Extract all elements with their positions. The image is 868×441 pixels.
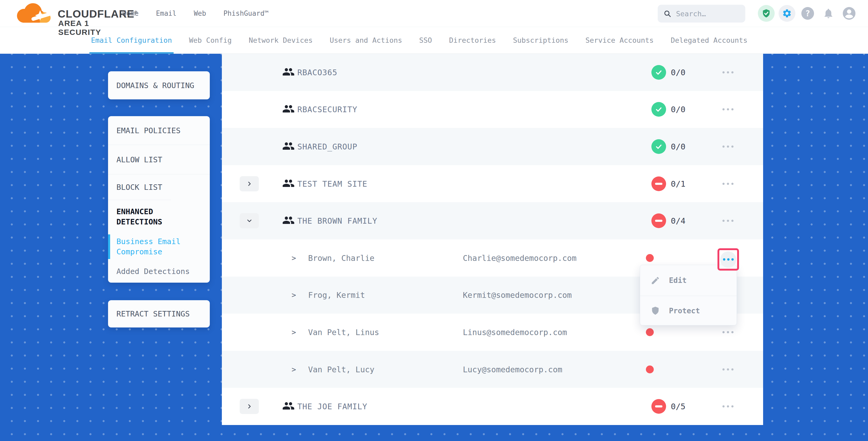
member-arrow-icon: > — [291, 328, 296, 336]
status-badge-fail — [651, 213, 666, 228]
group-icon — [282, 177, 295, 191]
member-name: Frog, Kermit — [308, 290, 365, 300]
notifications-bell-icon[interactable] — [820, 5, 837, 22]
sidebar-item-retract-settings[interactable]: RETRACT SETTINGS — [108, 300, 210, 327]
bec-label: Business Email Compromise — [117, 237, 182, 257]
domains-routing-label: DOMAINS & ROUTING — [108, 81, 194, 90]
row-actions-button[interactable] — [717, 64, 739, 80]
member-email: Linus@somedemocorp.com — [463, 327, 567, 337]
protection-count: 0/5 — [671, 402, 685, 411]
menu-item-protect[interactable]: Protect — [640, 296, 737, 325]
row-actions-button[interactable] — [717, 176, 739, 192]
status-badge-fail — [651, 399, 666, 414]
group-name: RBACSECURITY — [298, 105, 358, 114]
row-actions-button[interactable] — [717, 213, 739, 229]
sidebar-item-enhanced-detections[interactable]: ENHANCED DETECTIONS — [108, 200, 171, 233]
status-badge-pass — [651, 139, 666, 154]
settings-gear-icon[interactable] — [779, 5, 795, 22]
member-name: Van Pelt, Linus — [308, 327, 379, 337]
menu-edit-label: Edit — [669, 276, 686, 285]
row-actions-button[interactable] — [717, 399, 739, 414]
retract-settings-label: RETRACT SETTINGS — [108, 309, 190, 318]
cloudflare-logo: CLOUDFLARE® AREA 1 SECURITY — [15, 2, 104, 26]
group-icon — [282, 66, 295, 79]
table-row[interactable]: RBACSECURITY 0/0 — [222, 91, 763, 128]
member-name: Brown, Charlie — [308, 253, 374, 262]
row-actions-button[interactable] — [717, 324, 739, 340]
secondary-nav: Email Configuration Web Config Network D… — [0, 27, 868, 54]
groups-table: RBACO365 0/0 RBACSECURITY 0/0 — [222, 54, 763, 425]
group-name: THE BROWN FAMILY — [298, 216, 377, 225]
expand-row-button[interactable] — [240, 176, 259, 191]
tab-sso[interactable]: SSO — [419, 27, 432, 54]
brand-subtitle: AREA 1 SECURITY — [58, 19, 104, 37]
tab-network-devices[interactable]: Network Devices — [249, 27, 313, 54]
sidebar-item-domains-routing[interactable]: DOMAINS & ROUTING — [108, 71, 210, 99]
sidebar-item-added-detections[interactable]: Added Detections — [108, 260, 210, 283]
tab-subscriptions[interactable]: Subscriptions — [513, 27, 568, 54]
tab-web-config[interactable]: Web Config — [189, 27, 232, 54]
sidebar-item-block-list[interactable]: BLOCK LIST — [108, 174, 210, 200]
highlight-outline — [717, 248, 739, 271]
pencil-icon — [651, 276, 660, 285]
status-dot-unprotected — [646, 328, 654, 336]
nav-web[interactable]: Web — [194, 9, 206, 17]
allow-list-label: ALLOW LIST — [117, 155, 162, 164]
table-row[interactable]: THE BROWN FAMILY 0/4 — [222, 202, 763, 240]
search-bar[interactable] — [658, 5, 745, 23]
member-arrow-icon: > — [291, 291, 296, 300]
member-email: Charlie@somedemocorp.com — [463, 253, 577, 262]
expand-row-button[interactable] — [240, 399, 259, 414]
row-actions-button-active[interactable] — [720, 251, 736, 268]
sidebar-item-business-email-compromise[interactable]: Business Email Compromise — [108, 233, 210, 260]
header-icons: ? — [758, 5, 858, 22]
table-row[interactable]: RBACO365 0/0 — [222, 54, 763, 91]
main-background: DOMAINS & ROUTING EMAIL POLICIES ALLOW L… — [0, 54, 868, 441]
table-row[interactable]: THE JOE FAMILY 0/5 — [222, 388, 763, 425]
protection-count: 0/1 — [671, 179, 685, 189]
group-name: SHARED_GROUP — [298, 142, 358, 151]
row-actions-button[interactable] — [717, 361, 739, 377]
cloudflare-cloud-icon — [15, 2, 55, 26]
help-icon[interactable]: ? — [799, 5, 816, 22]
group-icon — [282, 140, 295, 153]
member-email: Kermit@somedemocorp.com — [463, 290, 572, 300]
row-actions-button[interactable] — [717, 101, 739, 117]
nav-email[interactable]: Email — [156, 9, 177, 17]
tab-delegated-accounts[interactable]: Delegated Accounts — [671, 27, 748, 54]
tab-directories[interactable]: Directories — [449, 27, 496, 54]
group-name: TEST TEAM SITE — [298, 179, 367, 188]
tab-users-and-actions[interactable]: Users and Actions — [330, 27, 402, 54]
table-row[interactable]: SHARED_GROUP 0/0 — [222, 128, 763, 165]
row-actions-button[interactable] — [717, 139, 739, 154]
status-dot-unprotected — [646, 254, 654, 262]
group-name: RBACO365 — [298, 68, 338, 77]
chevron-right-icon — [246, 181, 252, 187]
member-arrow-icon: > — [291, 365, 296, 374]
sidebar-item-allow-list[interactable]: ALLOW LIST — [108, 145, 210, 174]
account-avatar-icon[interactable] — [841, 5, 858, 22]
collapse-row-button[interactable] — [240, 213, 259, 228]
nav-home[interactable]: Home — [122, 9, 139, 17]
status-dot-unprotected — [646, 366, 654, 373]
group-icon — [282, 400, 295, 413]
status-badge-pass — [651, 102, 666, 117]
protection-count: 0/4 — [671, 216, 685, 225]
table-row[interactable]: > Van Pelt, Lucy Lucy@somedemocorp.com — [222, 351, 763, 388]
shield-check-icon[interactable] — [758, 5, 775, 22]
nav-phishguard[interactable]: PhishGuard™ — [223, 9, 269, 17]
group-name: THE JOE FAMILY — [298, 402, 367, 411]
search-input[interactable] — [676, 9, 740, 18]
member-email: Lucy@somedemocorp.com — [463, 365, 562, 374]
status-badge-pass — [651, 65, 666, 80]
email-policies-label: EMAIL POLICIES — [117, 126, 180, 135]
header: CLOUDFLARE® AREA 1 SECURITY Home Email W… — [0, 0, 868, 27]
group-icon — [282, 102, 295, 116]
chevron-right-icon — [246, 403, 252, 410]
sidebar-item-email-policies[interactable]: EMAIL POLICIES — [108, 116, 210, 145]
tab-service-accounts[interactable]: Service Accounts — [586, 27, 654, 54]
table-row[interactable]: TEST TEAM SITE 0/1 — [222, 165, 763, 202]
member-arrow-icon: > — [291, 254, 296, 262]
shield-icon — [651, 306, 660, 315]
search-icon — [663, 10, 671, 18]
